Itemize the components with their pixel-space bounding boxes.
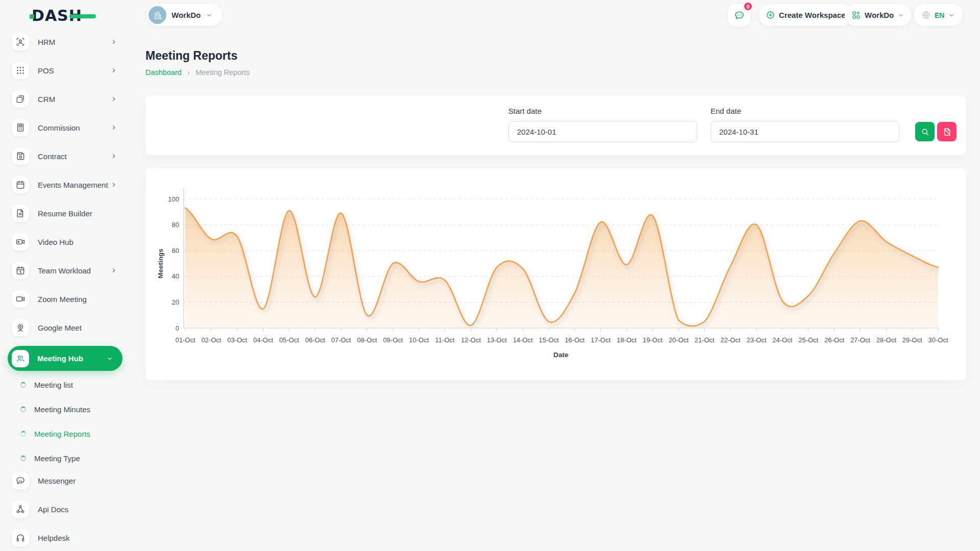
svg-text:14-Oct: 14-Oct [513, 336, 533, 344]
globe-icon [921, 10, 931, 20]
ring-icon [20, 456, 26, 461]
chevron-right-icon [110, 267, 117, 274]
sidebar-item-meeting-list[interactable]: Meeting list [20, 372, 134, 397]
svg-text:Meetings: Meetings [157, 248, 164, 279]
svg-text:06-Oct: 06-Oct [305, 336, 325, 344]
svg-text:28-Oct: 28-Oct [876, 336, 896, 344]
chevron-down-icon [897, 12, 904, 19]
sidebar-item-label: Video Hub [38, 238, 74, 246]
svg-text:20-Oct: 20-Oct [669, 336, 689, 344]
svg-text:03-Oct: 03-Oct [227, 336, 247, 344]
svg-text:23-Oct: 23-Oct [746, 336, 766, 344]
sidebar-item-contract[interactable]: Contract [12, 146, 134, 166]
file-off-icon [942, 127, 952, 137]
sidebar-item-api-docs[interactable]: Api Docs [12, 499, 134, 519]
svg-text:05-Oct: 05-Oct [279, 336, 299, 344]
workspace-avatar [149, 6, 166, 24]
contract-icon [12, 147, 29, 165]
svg-text:60: 60 [172, 247, 179, 255]
sidebar-item-meeting-reports[interactable]: Meeting Reports [20, 421, 134, 446]
sidebar-item-label: Events Management [38, 181, 108, 189]
sidebar-item-resume-builder[interactable]: Resume Builder [12, 203, 134, 223]
svg-text:Date: Date [553, 351, 569, 359]
breadcrumb-dashboard-link[interactable]: Dashboard [145, 68, 182, 77]
calendar-icon [12, 176, 29, 193]
workdo-menu-button[interactable]: WorkDo [845, 4, 911, 26]
svg-text:08-Oct: 08-Oct [357, 336, 377, 344]
calendar-day-icon [12, 262, 29, 279]
workdo-menu-label: WorkDo [865, 11, 894, 19]
app-logo[interactable]: DASH [32, 7, 103, 25]
chevron-down-icon [106, 355, 113, 362]
sidebar-item-google-meet[interactable]: Google Meet [12, 317, 134, 338]
sidebar-item-label: Meeting Type [34, 454, 80, 463]
sidebar-item-crm[interactable]: CRM [12, 89, 134, 109]
sidebar-item-label: Resume Builder [38, 209, 92, 218]
messages-badge: 0 [743, 2, 753, 11]
sidebar-item-label: Commission [38, 123, 80, 132]
svg-text:07-Oct: 07-Oct [331, 336, 351, 344]
svg-text:18-Oct: 18-Oct [617, 336, 636, 344]
end-date-input[interactable] [710, 121, 899, 142]
sidebar-item-label: HRM [38, 38, 55, 46]
webcam-icon [12, 319, 29, 336]
chat-bubble-icon [733, 10, 745, 21]
sidebar-item-label: CRM [38, 95, 55, 104]
svg-text:02-Oct: 02-Oct [201, 336, 221, 344]
language-code: EN [935, 11, 944, 19]
sidebar-item-meeting-type[interactable]: Meeting Type [20, 446, 134, 470]
sidebar-item-meeting-hub[interactable]: Meeting Hub [8, 346, 122, 371]
apply-filter-button[interactable] [915, 122, 935, 141]
breadcrumb: Dashboard › Meeting Reports [145, 68, 250, 77]
crm-icon [12, 90, 29, 108]
svg-text:16-Oct: 16-Oct [565, 336, 584, 344]
sidebar-item-label: Contract [38, 152, 67, 161]
svg-text:27-Oct: 27-Oct [850, 336, 870, 344]
start-date-input[interactable] [508, 121, 697, 142]
logo-dot [30, 14, 34, 19]
hrm-icon [12, 33, 29, 51]
svg-text:100: 100 [168, 195, 179, 203]
create-workspace-label: Create Workspace [779, 11, 846, 19]
sidebar-item-messenger[interactable]: Messenger [12, 470, 134, 491]
chevron-right-icon [110, 38, 117, 45]
sidebar-item-pos[interactable]: POS [12, 60, 134, 81]
sidebar-item-label: Messenger [38, 477, 76, 485]
svg-text:09-Oct: 09-Oct [383, 336, 403, 344]
messages-button[interactable]: 0 [728, 4, 750, 27]
start-date-label: Start date [508, 107, 542, 115]
meetings-chart-card: 02040608010001-Oct02-Oct03-Oct04-Oct05-O… [145, 168, 966, 380]
end-date-label: End date [710, 107, 741, 115]
sidebar-item-events-management[interactable]: Events Management [12, 174, 134, 195]
svg-text:13-Oct: 13-Oct [487, 336, 507, 344]
date-filter-card: Start date End date [145, 95, 966, 155]
workspace-name: WorkDo [172, 11, 201, 19]
calculator-icon [12, 119, 29, 136]
sidebar-item-team-workload[interactable]: Team Workload [12, 260, 134, 281]
document-icon [12, 205, 29, 222]
chevron-down-icon [206, 12, 213, 19]
create-workspace-button[interactable]: Create Workspace [759, 4, 852, 26]
sidebar-item-commission[interactable]: Commission [12, 117, 134, 138]
svg-text:20: 20 [172, 298, 179, 306]
grid-plus-icon [851, 10, 861, 20]
sidebar-item-meeting-minutes[interactable]: Meeting Minutes [20, 397, 134, 421]
svg-text:40: 40 [172, 272, 179, 280]
sidebar-item-video-hub[interactable]: Video Hub [12, 232, 134, 252]
svg-text:0: 0 [176, 324, 179, 332]
sidebar-item-label: Meeting Minutes [34, 405, 90, 414]
svg-text:10-Oct: 10-Oct [409, 336, 429, 344]
sidebar-item-hrm[interactable]: HRM [12, 32, 134, 52]
svg-text:21-Oct: 21-Oct [695, 336, 715, 344]
breadcrumb-current: Meeting Reports [195, 68, 250, 77]
reset-filter-button[interactable] [937, 122, 957, 141]
sidebar-item-label: Meeting list [34, 381, 73, 389]
building-icon [153, 10, 163, 20]
workspace-switcher[interactable]: WorkDo [146, 4, 222, 26]
sidebar-item-helpdesk[interactable]: Helpdesk [12, 528, 134, 548]
sidebar-item-zoom-meeting[interactable]: Zoom Meeting [12, 289, 134, 309]
language-selector[interactable]: EN [914, 4, 963, 26]
pos-grid-icon [12, 62, 29, 79]
chevron-right-icon [110, 67, 117, 74]
chevron-down-icon [948, 12, 955, 19]
